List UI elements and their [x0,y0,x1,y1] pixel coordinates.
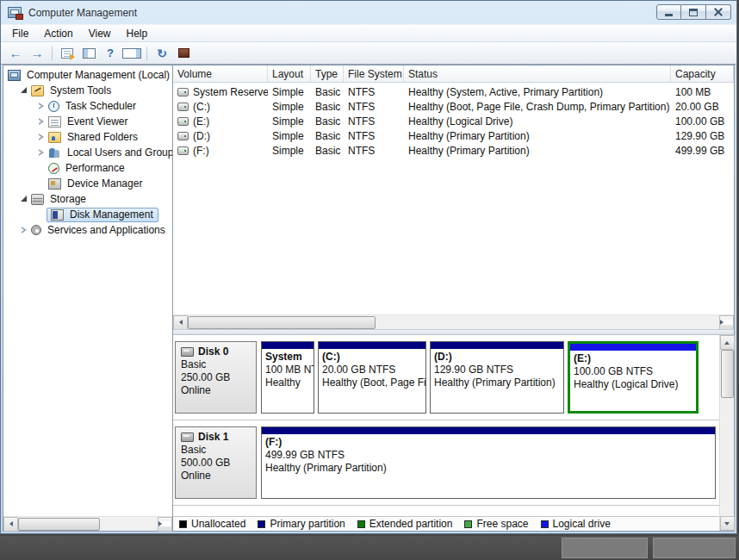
partition-info: (D:) 129.90 GB NTFS Healthy (Primary Par… [431,349,563,391]
disk0-info-box[interactable]: Disk 0 Basic 250.00 GB Online [175,341,257,414]
back-button[interactable]: ← [6,45,25,62]
export-list-button[interactable] [58,45,77,62]
sidebar-item-disk-management[interactable]: Disk Management [3,207,172,222]
sidebar-item-shared-folders[interactable]: Shared Folders [3,129,172,145]
taskbar-button[interactable] [653,538,736,558]
partition-block-f[interactable]: (F:) 499.99 GB NTFS Healthy (Primary Par… [261,426,716,499]
column-header-layout[interactable]: Layout [268,65,311,82]
partition-color-stripe [262,342,314,349]
volume-name: (D:) [193,130,210,142]
sidebar-item-computer-management[interactable]: Computer Management (Local) [3,67,172,83]
expander-collapsed-icon[interactable] [36,132,47,142]
volume-horizontal-scrollbar[interactable] [173,314,734,329]
expander-expanded-icon[interactable] [19,85,29,96]
minimize-button[interactable] [656,4,681,20]
scrollbar-thumb[interactable] [188,316,376,329]
help-button[interactable]: ? [101,45,120,62]
legend-label: Primary partition [270,518,345,530]
partition-info: System 100 MB NTFS Healthy [262,349,314,391]
partition-block-system[interactable]: System 100 MB NTFS Healthy [261,341,314,414]
volume-row-d[interactable]: (D:) Simple Basic NTFS Healthy (Primary … [173,128,734,143]
sidebar-item-local-users-and-groups[interactable]: Local Users and Groups [3,145,172,160]
expander-collapsed-icon[interactable] [19,225,29,235]
partition-status: Healthy (Logical Drive) [574,378,692,391]
computer-icon [8,70,21,81]
sidebar-item-task-scheduler[interactable]: Task Scheduler [3,98,172,114]
shared-folders-icon [48,132,61,143]
scroll-right-button[interactable] [158,517,172,532]
close-icon [713,7,723,17]
titlebar[interactable]: Computer Management [1,1,736,24]
disk-icon [181,347,194,357]
scrollbar-thumb[interactable] [721,350,734,398]
taskbar [0,536,739,560]
sidebar-item-event-viewer[interactable]: Event Viewer [3,114,172,129]
expander-collapsed-icon[interactable] [36,147,47,158]
expander-collapsed-icon[interactable] [36,101,47,111]
volume-row-f[interactable]: (F:) Simple Basic NTFS Healthy (Primary … [173,143,734,158]
partition-size: 100.00 GB NTFS [574,365,692,378]
toolbar-separator [52,47,53,60]
scrollbar-thumb[interactable] [18,518,100,531]
filesystem-cell: NTFS [344,86,404,98]
forward-button[interactable]: → [28,45,47,62]
sidebar-item-label: Task Scheduler [63,99,139,113]
sidebar-item-services-and-applications[interactable]: Services and Applications [3,222,172,238]
volume-row-e[interactable]: (E:) Simple Basic NTFS Healthy (Logical … [173,114,734,128]
column-header-type[interactable]: Type [311,65,344,82]
column-header-file-system[interactable]: File System [344,65,404,82]
sidebar-item-performance[interactable]: Performance [3,160,172,176]
pane-splitter[interactable] [173,329,734,335]
legend-label: Logical drive [553,518,611,530]
taskbar-button[interactable] [562,538,648,558]
column-header-volume[interactable]: Volume [173,65,268,82]
refresh-button[interactable]: ↻ [152,45,171,62]
close-button[interactable] [706,4,731,20]
column-header-status[interactable]: Status [404,65,671,82]
capacity-cell: 129.90 GB [671,130,734,142]
volume-row-c[interactable]: (C:) Simple Basic NTFS Healthy (Boot, Pa… [173,99,734,114]
sidebar-item-system-tools[interactable]: System Tools [3,83,172,98]
scroll-left-button[interactable] [3,517,18,532]
sidebar-item-label: System Tools [47,84,114,97]
show-action-pane-button[interactable] [122,45,141,62]
scroll-left-button[interactable] [173,315,188,330]
partition-color-stripe [431,342,563,349]
partition-color-stripe [570,344,696,351]
sidebar-item-storage[interactable]: Storage [3,191,172,207]
menu-view[interactable]: View [81,26,119,41]
menu-file[interactable]: File [4,26,36,41]
scroll-right-button[interactable] [719,315,734,330]
show-console-tree-button[interactable] [79,45,98,62]
toolbar: ← → ? ↻ [1,42,736,65]
menu-action[interactable]: Action [36,26,80,41]
sidebar-item-label: Services and Applications [45,223,168,237]
task-scheduler-icon [48,101,59,112]
rescan-disks-button[interactable] [174,45,193,62]
legend-item-unallocated: Unallocated [179,518,245,530]
sidebar-item-device-manager[interactable]: Device Manager [3,176,172,191]
disk1-info-box[interactable]: Disk 1 Basic 500.00 GB Online [175,426,257,499]
partition-block-e[interactable]: (E:) 100.00 GB NTFS Healthy (Logical Dri… [568,341,699,414]
partition-block-d[interactable]: (D:) 129.90 GB NTFS Healthy (Primary Par… [430,341,564,414]
legend-swatch [179,520,187,528]
disk-name: Disk 1 [198,431,228,444]
volume-row-system-reserved[interactable]: System Reserved Simple Basic NTFS Health… [173,84,734,99]
partition-color-stripe [262,427,715,434]
volume-name: (F:) [193,145,209,157]
legend-swatch [357,520,365,528]
disk-vertical-scrollbar[interactable] [719,335,734,531]
disk-list: Disk 0 Basic 250.00 GB Online System [173,335,719,531]
minimize-icon [665,14,673,16]
maximize-button[interactable] [681,4,706,20]
menu-help[interactable]: Help [119,26,156,41]
tree-horizontal-scrollbar[interactable] [3,516,172,531]
column-header-capacity[interactable]: Capacity [671,65,734,82]
partition-status: Healthy [265,376,310,389]
partition-block-c[interactable]: (C:) 20.00 GB NTFS Healthy (Boot, Page F… [318,341,426,414]
scroll-up-button[interactable] [720,335,735,350]
disk-type: Basic [181,444,251,457]
scroll-down-button[interactable] [720,516,735,531]
expander-collapsed-icon[interactable] [36,116,47,127]
expander-expanded-icon[interactable] [19,194,29,204]
